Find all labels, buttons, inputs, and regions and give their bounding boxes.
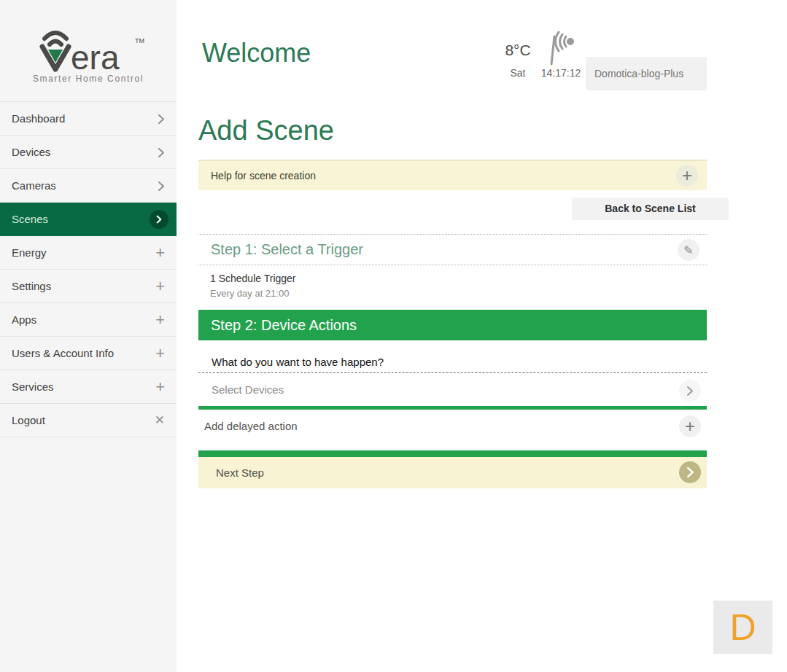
chevron-right-icon (158, 102, 165, 136)
sidebar: era TM Smarter Home Control Dashboard De… (0, 0, 177, 672)
trademark-text: TM (135, 37, 144, 44)
sidebar-item-label: Services (12, 380, 54, 393)
step1-header: Step 1: Select a Trigger ✎ (198, 234, 707, 265)
add-delayed-action-row[interactable]: Add delayed action + (198, 410, 707, 443)
add-delayed-action-button[interactable]: + (679, 415, 701, 437)
plus-icon: + (155, 270, 165, 303)
plus-icon: + (155, 337, 165, 370)
sidebar-item-label: Apps (12, 313, 36, 326)
green-divider (198, 450, 707, 457)
sidebar-item-label: Devices (12, 146, 50, 158)
sidebar-item-cameras[interactable]: Cameras (0, 169, 177, 203)
sidebar-menu: Dashboard Devices Cameras Scenes (0, 102, 177, 437)
sidebar-item-label: Logout (12, 414, 45, 426)
app-window: era TM Smarter Home Control Dashboard De… (0, 0, 787, 672)
chevron-right-icon (686, 466, 694, 478)
back-to-scene-list-button[interactable]: Back to Scene List (572, 198, 729, 220)
sidebar-item-label: Dashboard (12, 112, 65, 125)
clock-time: 14:17:12 (537, 67, 585, 79)
sidebar-item-services[interactable]: Services + (0, 370, 177, 404)
sidebar-item-energy[interactable]: Energy + (0, 236, 177, 270)
sidebar-item-label: Energy (12, 246, 47, 259)
sidebar-item-devices[interactable]: Devices (0, 136, 177, 169)
trigger-detail: Every day at 21:00 (198, 288, 707, 299)
next-step-row[interactable]: Next Step (198, 457, 707, 488)
edit-trigger-button[interactable]: ✎ (678, 239, 699, 261)
plus-icon: + (685, 418, 695, 435)
select-devices-row[interactable]: Select Devices (198, 372, 707, 406)
chevron-right-icon (158, 169, 165, 203)
sidebar-item-users-account-info[interactable]: Users & Account Info + (0, 337, 177, 370)
vera-name-text: era (71, 39, 120, 73)
chevron-right-circle-icon (150, 210, 168, 229)
overlay-badge[interactable]: D (713, 601, 772, 654)
scene-title: Add Scene (198, 115, 334, 146)
step2-header: Step 2: Device Actions (198, 310, 707, 340)
vera-logo[interactable]: era TM Smarter Home Control (0, 0, 177, 102)
vera-wordmark-icon: era TM (31, 25, 145, 73)
plus-icon: + (155, 236, 165, 270)
sidebar-item-scenes[interactable]: Scenes (0, 203, 177, 236)
sidebar-item-label: Users & Account Info (12, 347, 114, 359)
sidebar-item-logout[interactable]: Logout ✕ (0, 404, 177, 437)
select-devices-button[interactable] (679, 380, 701, 402)
sidebar-item-apps[interactable]: Apps + (0, 303, 177, 337)
step1-title: Step 1: Select a Trigger (211, 241, 363, 257)
sidebar-item-label: Cameras (12, 179, 56, 192)
next-step-button[interactable] (679, 461, 701, 483)
chevron-right-icon (158, 136, 165, 169)
add-delayed-action-label: Add delayed action (204, 420, 298, 432)
pencil-icon: ✎ (683, 235, 693, 265)
step2-question: What do you want to have happen? (198, 356, 707, 368)
next-step-label: Next Step (216, 466, 264, 479)
sidebar-item-dashboard[interactable]: Dashboard (0, 102, 177, 136)
trigger-summary: 1 Schedule Trigger (198, 273, 707, 284)
main-content: Welcome 8°C Sat 14:17:12 Domotica-blog-P… (177, 0, 787, 672)
select-devices-label: Select Devices (212, 383, 284, 396)
sidebar-item-label: Scenes (12, 213, 48, 225)
help-bar[interactable]: Help for scene creation + (198, 160, 707, 190)
sidebar-item-settings[interactable]: Settings + (0, 270, 177, 303)
help-bar-label: Help for scene creation (211, 170, 316, 181)
controller-name-button[interactable]: Domotica-blog-Plus (586, 57, 707, 90)
plus-icon: + (682, 167, 692, 184)
step2-title: Step 2: Device Actions (211, 317, 357, 333)
day-label: Sat (502, 67, 534, 79)
chevron-right-icon (686, 386, 694, 396)
windsock-weather-icon (545, 31, 577, 67)
plus-icon: + (155, 303, 165, 337)
expand-help-button[interactable]: + (676, 165, 698, 187)
brand-tagline: Smarter Home Control (33, 74, 144, 84)
page-title: Welcome (202, 38, 311, 69)
overlay-badge-letter: D (729, 606, 756, 649)
temperature-value: 8°C (502, 42, 534, 59)
sidebar-item-label: Settings (12, 280, 51, 292)
close-icon: ✕ (155, 404, 165, 437)
plus-icon: + (155, 370, 165, 404)
